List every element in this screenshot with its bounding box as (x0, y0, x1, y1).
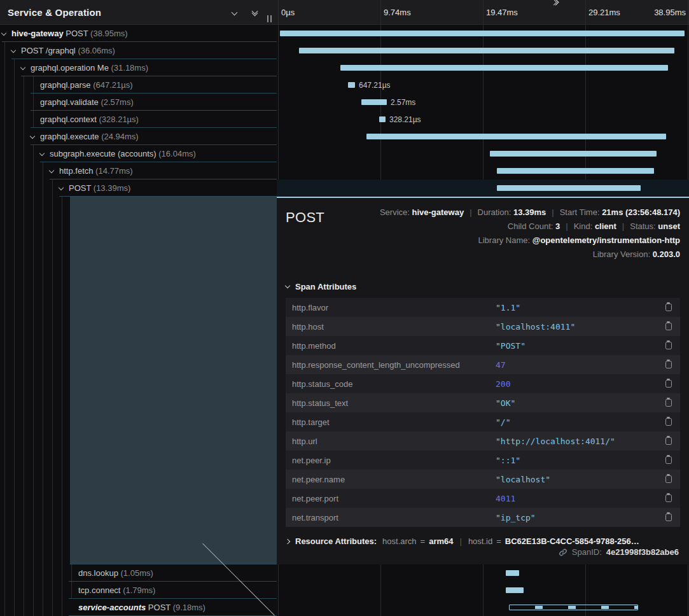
span-name-label: POST (13.39ms) (69, 183, 130, 193)
indent-guide (24, 179, 24, 197)
span-name-label: tcp.connect (1.79ms) (78, 585, 155, 595)
indent-guide (24, 94, 24, 111)
indent-guide (52, 197, 53, 564)
expander-down-icon[interactable] (20, 65, 25, 70)
panel-title: Service & Operation (8, 7, 230, 18)
indent-guide (43, 564, 43, 582)
operation-name: http.fetch (59, 166, 93, 176)
span-tree-row[interactable]: POST /graphql (36.06ms) (0, 42, 277, 59)
indent-guide (43, 162, 43, 179)
indent-guide (24, 197, 24, 564)
expander-down-icon[interactable] (49, 168, 54, 173)
indent-guide (14, 76, 15, 94)
indent-guide (4, 582, 5, 599)
span-tree-row[interactable]: hive-gateway POST (38.95ms) (0, 25, 277, 42)
indent-guide (24, 162, 24, 179)
indent-guide (43, 197, 43, 564)
indent-guide (4, 179, 5, 197)
span-tree-row[interactable]: service-accounts POST (9.18ms) (0, 599, 277, 616)
tree-rows: dns.lookup (1.05ms)tcp.connect (1.79ms)s… (0, 564, 277, 616)
expander-down-icon[interactable] (39, 151, 45, 156)
span-tree-row[interactable]: POST (13.39ms) (0, 179, 277, 197)
span-tree-row[interactable]: graphql.operation Me (31.18ms) (0, 59, 277, 76)
indent-guide (14, 111, 15, 128)
operation-name: POST (69, 183, 91, 193)
indent-guide (43, 582, 43, 599)
indent-guide (71, 582, 72, 599)
tree-toolbar (230, 8, 259, 17)
indent-guide (62, 599, 62, 616)
span-tree-row[interactable]: graphql.validate (2.57ms) (0, 94, 277, 111)
span-duration: (38.95ms) (90, 29, 128, 38)
span-name-label: graphql.context (328.21µs) (40, 115, 139, 124)
span-tree: hive-gateway POST (38.95ms)POST /graphql… (0, 25, 277, 616)
indent-guide (62, 582, 62, 599)
expander-down-icon[interactable] (1, 31, 6, 36)
indent-guide (4, 128, 5, 145)
chevron-down-icon[interactable] (230, 8, 239, 17)
span-duration: (1.05ms) (121, 568, 153, 578)
expander-down-icon[interactable] (59, 185, 64, 190)
span-name-label: hive-gateway POST (38.95ms) (11, 29, 128, 38)
indent-guide (14, 582, 15, 599)
indent-guide (24, 582, 24, 599)
indent-guide (14, 162, 15, 179)
span-duration: (24.94ms) (101, 132, 139, 141)
indent-guide (71, 564, 72, 582)
trace-viewer: Service & Operation hive-gateway POST (3… (0, 0, 689, 616)
indent-guide (4, 42, 5, 59)
double-chevron-down-icon[interactable] (250, 8, 259, 17)
operation-name: graphql.validate (40, 97, 99, 107)
indent-guide (52, 564, 53, 582)
indent-guide (33, 582, 34, 599)
indent-guide (4, 76, 5, 94)
span-name-label: POST /graphql (36.06ms) (21, 46, 115, 55)
span-tree-row[interactable]: graphql.execute (24.94ms) (0, 128, 277, 145)
span-duration: (16.04ms) (158, 149, 196, 158)
panel-resize-handle[interactable] (267, 15, 272, 22)
indent-guide (4, 111, 5, 128)
span-tree-row[interactable]: subgraph.execute (accounts) (16.04ms) (0, 145, 277, 162)
span-duration: (14.77ms) (95, 166, 133, 176)
resize-grip-bar (267, 15, 268, 22)
indent-guide (4, 564, 5, 582)
operation-name: POST (148, 603, 171, 612)
indent-guide (52, 179, 53, 197)
indent-guide (14, 94, 15, 111)
indent-guide (24, 111, 24, 128)
expander-down-icon[interactable] (11, 48, 16, 53)
operation-name: graphql.context (40, 115, 97, 124)
span-duration: (647.21µs) (93, 80, 132, 90)
span-duration: (1.79ms) (123, 585, 155, 595)
service-name: hive-gateway (11, 29, 64, 38)
indent-guide (43, 179, 43, 197)
indent-guide (24, 128, 24, 145)
indent-guide (4, 59, 5, 76)
span-tree-row[interactable]: http.fetch (14.77ms) (0, 162, 277, 179)
indent-guide (14, 128, 15, 145)
operation-name: graphql.execute (40, 132, 99, 141)
indent-guide (14, 197, 15, 564)
indent-guide (33, 599, 34, 616)
indent-guide (14, 179, 15, 197)
span-duration: (9.18ms) (173, 603, 205, 612)
span-tree-row[interactable]: graphql.parse (647.21µs) (0, 76, 277, 94)
indent-guide (33, 564, 34, 582)
indent-guide (62, 564, 62, 582)
span-tree-row[interactable]: graphql.context (328.21µs) (0, 111, 277, 128)
indent-guide (33, 179, 34, 197)
span-duration: (2.57ms) (101, 97, 133, 107)
tree-panel-header: Service & Operation (0, 0, 277, 25)
indent-guide (52, 582, 53, 599)
indent-guide (24, 564, 24, 582)
expander-down-icon[interactable] (30, 134, 35, 139)
indent-guide (14, 599, 15, 616)
operation-name: subgraph.execute (accounts) (50, 149, 157, 158)
span-duration: (31.18ms) (111, 63, 148, 73)
indent-guide (33, 162, 34, 179)
indent-guide (4, 197, 5, 564)
span-name-label: graphql.execute (24.94ms) (40, 132, 139, 141)
double-chevron-right-icon[interactable] (277, 0, 689, 616)
resize-grip-bar (270, 15, 272, 22)
span-name-label: subgraph.execute (accounts) (16.04ms) (50, 149, 196, 158)
